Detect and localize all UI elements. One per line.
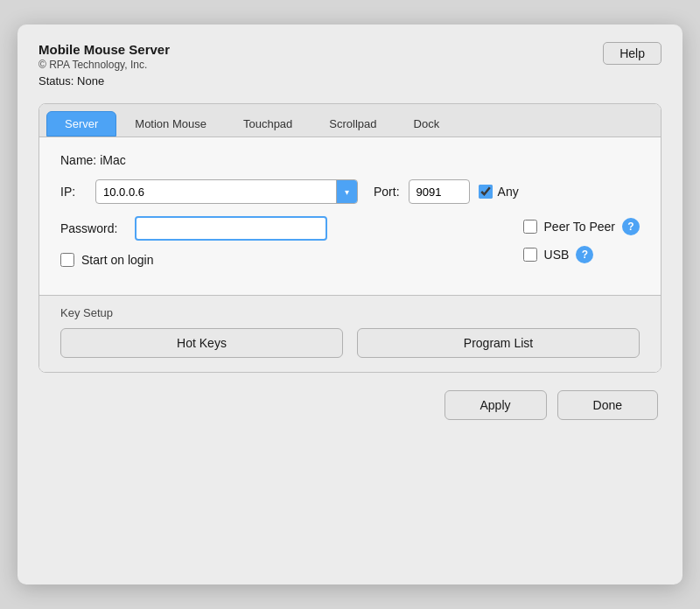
help-button[interactable]: Help <box>603 42 662 65</box>
ip-dropdown-button[interactable]: ▾ <box>336 180 357 203</box>
tab-dock[interactable]: Dock <box>396 111 458 136</box>
app-title: Mobile Mouse Server <box>38 42 170 57</box>
peer-to-peer-row: Peer To Peer ? <box>523 218 640 235</box>
ip-input-wrap: ▾ <box>95 179 358 204</box>
start-on-login-label: Start on login <box>81 253 154 267</box>
any-wrap: Any <box>479 185 519 199</box>
header-left: Mobile Mouse Server © RPA Technology, In… <box>38 42 170 88</box>
ip-row: IP: ▾ Port: Any <box>60 179 640 204</box>
usb-help-button[interactable]: ? <box>576 246 593 263</box>
port-label: Port: <box>374 185 400 199</box>
right-options: Peer To Peer ? USB ? <box>523 216 640 263</box>
peer-to-peer-checkbox[interactable] <box>523 220 537 234</box>
password-label: Password: <box>60 221 126 235</box>
header: Mobile Mouse Server © RPA Technology, In… <box>38 42 662 88</box>
tab-bar: Server Motion Mouse Touchpad Scrollpad D… <box>39 104 661 137</box>
tab-content-server: Name: iMac IP: ▾ Port: Any <box>39 137 661 295</box>
status-label: Status: <box>38 74 74 88</box>
key-setup-section: Key Setup Hot Keys Program List <box>39 295 661 372</box>
usb-checkbox[interactable] <box>523 248 537 262</box>
ip-label: IP: <box>60 185 87 199</box>
copyright: © RPA Technology, Inc. <box>38 59 170 71</box>
tab-scrollpad[interactable]: Scrollpad <box>311 111 395 136</box>
name-label: Name: <box>60 153 96 167</box>
bottom-bar: Apply Done <box>38 390 662 420</box>
status-value: None <box>77 74 104 88</box>
usb-help-icon: ? <box>582 248 588 261</box>
port-input[interactable] <box>409 179 470 204</box>
status-row: Status: None <box>38 74 170 88</box>
usb-label: USB <box>544 248 570 262</box>
chevron-down-icon: ▾ <box>345 187 349 197</box>
main-panel: Server Motion Mouse Touchpad Scrollpad D… <box>38 103 662 373</box>
tab-motion-mouse[interactable]: Motion Mouse <box>116 111 225 136</box>
usb-row: USB ? <box>523 246 640 263</box>
tab-server[interactable]: Server <box>46 111 116 136</box>
key-setup-buttons: Hot Keys Program List <box>60 328 640 358</box>
done-button[interactable]: Done <box>557 390 658 420</box>
program-list-button[interactable]: Program List <box>357 328 640 358</box>
name-row: Name: iMac <box>60 153 640 167</box>
any-checkbox[interactable] <box>479 185 493 199</box>
password-input[interactable] <box>135 216 327 241</box>
help-circle-icon: ? <box>627 220 634 233</box>
peer-to-peer-help-button[interactable]: ? <box>622 218 640 235</box>
any-label: Any <box>498 185 519 199</box>
password-row: Password: <box>60 216 327 241</box>
app-window: Mobile Mouse Server © RPA Technology, In… <box>18 24 682 584</box>
hot-keys-button[interactable]: Hot Keys <box>60 328 343 358</box>
name-value: iMac <box>100 153 126 167</box>
key-setup-title: Key Setup <box>60 306 640 319</box>
start-on-login-row: Start on login <box>60 253 327 267</box>
tab-touchpad[interactable]: Touchpad <box>225 111 311 136</box>
password-area: Password: Start on login <box>60 216 327 267</box>
ip-input[interactable] <box>96 180 336 203</box>
apply-button[interactable]: Apply <box>444 390 547 420</box>
peer-to-peer-label: Peer To Peer <box>544 220 615 234</box>
start-on-login-checkbox[interactable] <box>60 253 74 267</box>
